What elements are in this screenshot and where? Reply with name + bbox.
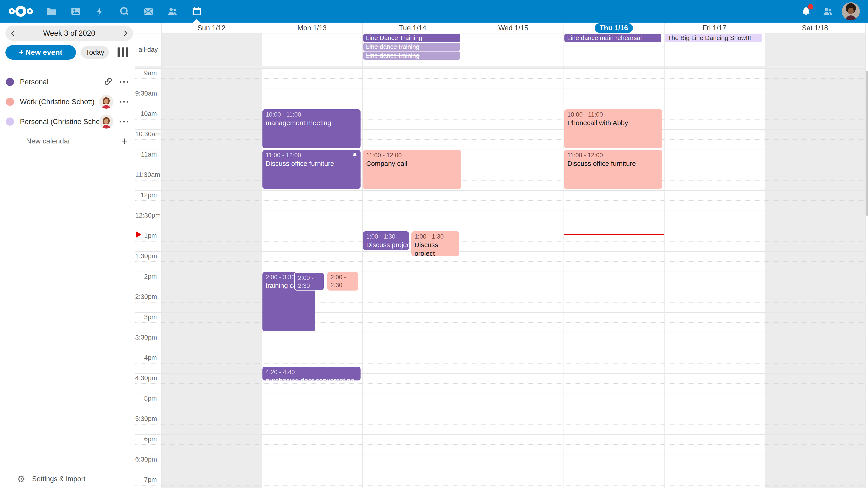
time-label: 12:30pm <box>135 212 157 219</box>
current-week-label[interactable]: Week 3 of 2020 <box>20 29 118 37</box>
new-event-button[interactable]: + New event <box>5 45 76 60</box>
next-week-button[interactable] <box>118 26 133 41</box>
hour-line <box>135 231 865 231</box>
quarter-hour-line <box>135 445 865 445</box>
new-calendar-button[interactable]: + New calendar + <box>0 131 135 151</box>
calendar-event[interactable]: 4:20 - 4:40purchasing dept conversation <box>262 367 361 381</box>
all-day-event[interactable]: Line dance training <box>363 52 460 60</box>
day-header-wed[interactable]: Wed 1/15 <box>463 23 563 33</box>
calendar-list-item-personal-christine[interactable]: Personal (Christine Scho… <box>0 111 135 131</box>
today-button[interactable]: Today <box>81 46 109 59</box>
calendar-actions-menu-icon[interactable] <box>119 99 129 104</box>
weekend-shading <box>765 33 865 488</box>
quarter-hour-line <box>135 78 865 79</box>
day-header-sun[interactable]: Sun 1/12 <box>161 23 262 33</box>
calendar-event[interactable]: 1:00 - 1:30Discuss project announcement <box>363 231 409 250</box>
calendar-actions-menu-icon[interactable] <box>119 79 129 85</box>
plus-icon[interactable]: + <box>121 136 127 146</box>
hour-line <box>135 190 865 191</box>
event-title: purchasing dept conversation <box>266 376 358 381</box>
notification-badge <box>808 4 813 9</box>
time-label: 2:30pm <box>135 293 157 300</box>
calendar-event[interactable]: 10:00 - 11:00management meeting <box>262 109 361 148</box>
day-column-separator <box>161 23 162 488</box>
day-header-mon[interactable]: Mon 1/13 <box>262 23 362 33</box>
hour-line <box>135 251 865 252</box>
nextcloud-logo-icon[interactable] <box>8 5 33 18</box>
all-day-event[interactable]: Line dance main rehearsal <box>564 34 661 42</box>
quarter-hour-line <box>135 119 865 120</box>
calendar-list-item-work-christine[interactable]: Work (Christine Schott) <box>0 92 135 111</box>
notifications-bell-icon[interactable] <box>801 6 811 17</box>
shared-by-avatar <box>99 115 113 129</box>
calendar-app-icon[interactable] <box>191 6 202 17</box>
calendar-event[interactable]: 10:00 - 11:00Phonecall with Abby <box>564 109 662 148</box>
activity-app-icon[interactable] <box>94 6 105 17</box>
share-link-icon[interactable] <box>103 76 113 87</box>
event-time: 11:00 - 12:00 <box>266 151 358 159</box>
day-column-separator <box>563 23 564 488</box>
hour-line <box>135 68 865 69</box>
hour-line <box>135 150 865 150</box>
time-label: 10am <box>135 110 157 118</box>
hour-line <box>135 353 865 353</box>
event-time: 1:00 - 1:30 <box>366 233 406 240</box>
calendar-color-dot <box>6 98 14 106</box>
calendar-list-item-personal[interactable]: Personal <box>0 72 135 92</box>
hour-line <box>135 109 865 109</box>
hour-line <box>135 271 865 272</box>
calendar-event[interactable]: 11:00 - 12:00Company call <box>363 150 461 189</box>
current-time-line <box>564 234 664 235</box>
all-day-event[interactable]: Line dance training <box>363 43 460 51</box>
files-app-icon[interactable] <box>46 6 57 17</box>
talk-app-icon[interactable] <box>119 6 129 17</box>
day-header-tue[interactable]: Tue 1/14 <box>362 23 463 33</box>
event-time: 11:00 - 12:00 <box>366 151 458 159</box>
hour-line <box>135 89 865 89</box>
photos-app-icon[interactable] <box>70 6 81 17</box>
quarter-hour-line <box>135 200 865 201</box>
mail-app-icon[interactable] <box>143 6 154 17</box>
time-label: 3pm <box>135 313 157 321</box>
calendar-event[interactable]: 11:00 - 12:00Discuss office furniture <box>564 150 662 189</box>
user-avatar[interactable] <box>842 2 860 20</box>
calendar-event[interactable]: 11:00 - 12:00Discuss office furniture <box>262 150 361 189</box>
settings-and-import-button[interactable]: ⚙ Settings & import <box>0 471 135 487</box>
day-column-separator <box>865 23 866 488</box>
calendar-actions-menu-icon[interactable] <box>119 119 129 124</box>
quarter-hour-line <box>135 261 865 262</box>
calendar-event[interactable]: 2:00 - 2:30check-in <box>294 272 324 291</box>
time-label: 1:30pm <box>135 252 157 260</box>
quarter-hour-line <box>135 302 865 302</box>
day-column-separator <box>362 23 363 488</box>
event-title: management meeting <box>266 119 358 127</box>
all-day-event[interactable]: Line Dance Training <box>363 34 460 42</box>
event-title: Phonecall with Abby <box>567 119 659 127</box>
hour-line <box>135 332 865 333</box>
hour-line <box>135 129 865 130</box>
quarter-hour-line <box>135 221 865 221</box>
week-switcher: Week 3 of 2020 <box>5 26 133 41</box>
view-mode-toggle-icon[interactable] <box>118 47 128 57</box>
time-label: 4pm <box>135 354 157 361</box>
time-label: 2pm <box>135 273 157 280</box>
gear-icon: ⚙ <box>17 474 25 484</box>
day-header-sat[interactable]: Sat 1/18 <box>765 23 865 33</box>
all-day-label: all-day <box>135 33 161 66</box>
hour-line <box>135 292 865 292</box>
event-time: 2:00 - 2:30 <box>298 274 320 290</box>
calendar-event[interactable]: 2:00 - 2:30check-in <box>327 272 358 291</box>
day-column-separator <box>765 23 765 488</box>
calendar-event[interactable]: 1:00 - 1:30Discuss project announcement <box>411 231 459 256</box>
day-header-fri[interactable]: Fri 1/17 <box>664 23 765 33</box>
scrollbar-thumb[interactable] <box>866 71 868 216</box>
day-header-thu[interactable]: Thu 1/16 <box>563 23 664 33</box>
time-label: 5:30pm <box>135 415 157 422</box>
contacts-menu-icon[interactable] <box>822 6 833 17</box>
hour-line <box>135 394 865 394</box>
time-label: 9:30am <box>135 90 157 97</box>
time-label: 7pm <box>135 476 157 484</box>
previous-week-button[interactable] <box>5 26 20 41</box>
all-day-event[interactable]: The Big Line Dancing Show!!! <box>665 34 762 42</box>
contacts-app-icon[interactable] <box>167 6 178 17</box>
